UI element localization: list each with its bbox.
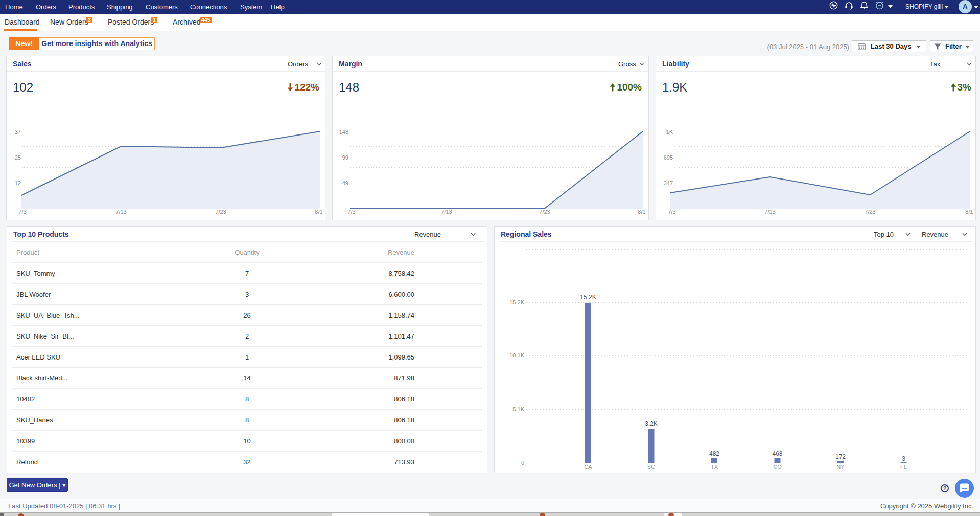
svg-text:0: 0	[521, 460, 524, 466]
svg-text:3.2K: 3.2K	[645, 420, 658, 428]
svg-text:7/13: 7/13	[764, 209, 775, 215]
svg-text:482: 482	[709, 450, 719, 457]
svg-text:7/23: 7/23	[215, 209, 226, 215]
svg-text:CA: CA	[584, 464, 592, 470]
svg-text:7/3: 7/3	[668, 209, 675, 215]
svg-text:7/23: 7/23	[539, 209, 550, 215]
svg-text:7/3: 7/3	[18, 209, 26, 215]
svg-text:10.1K: 10.1K	[509, 352, 524, 358]
svg-text:25: 25	[15, 154, 21, 161]
svg-text:7/23: 7/23	[865, 209, 875, 215]
svg-text:12: 12	[15, 180, 21, 186]
svg-text:7/3: 7/3	[347, 209, 355, 215]
svg-text:8/1: 8/1	[638, 209, 645, 215]
svg-text:1K: 1K	[666, 129, 673, 135]
svg-text:SC: SC	[647, 464, 655, 470]
svg-text:347: 347	[664, 180, 673, 186]
svg-text:8/1: 8/1	[315, 209, 322, 215]
svg-text:8/1: 8/1	[965, 209, 973, 215]
svg-text:49: 49	[342, 180, 348, 186]
svg-text:5.1K: 5.1K	[512, 406, 524, 412]
svg-text:TX: TX	[711, 464, 718, 470]
svg-text:FL: FL	[900, 464, 907, 470]
svg-text:7/13: 7/13	[115, 209, 126, 215]
svg-text:172: 172	[835, 453, 846, 460]
svg-text:3: 3	[902, 455, 905, 462]
svg-text:148: 148	[339, 129, 348, 135]
svg-text:15.2K: 15.2K	[580, 294, 596, 301]
svg-text:15.2K: 15.2K	[509, 299, 524, 305]
svg-text:7/13: 7/13	[441, 209, 452, 215]
svg-text:99: 99	[342, 154, 348, 161]
svg-text:37: 37	[15, 129, 21, 135]
svg-text:NY: NY	[836, 464, 845, 470]
svg-text:695: 695	[664, 154, 673, 161]
svg-text:CO: CO	[773, 464, 782, 470]
svg-text:468: 468	[772, 450, 782, 457]
